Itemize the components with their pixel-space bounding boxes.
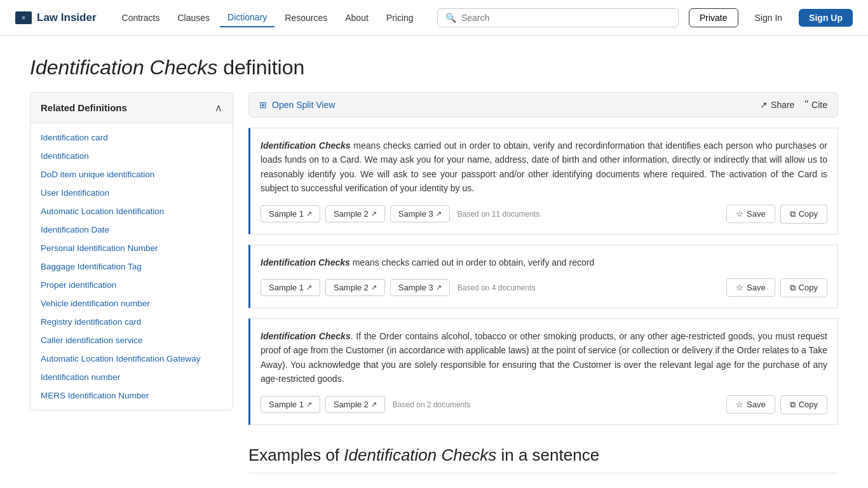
examples-title: Examples of Identification Checks in a s…	[248, 445, 838, 473]
based-on-1: Based on 4 documents	[458, 283, 536, 292]
definition-text-2: Identification Checks. If the Order cont…	[261, 329, 827, 386]
examples-section: Examples of Identification Checks in a s…	[248, 445, 838, 473]
copy-icon-2: ⧉	[790, 400, 796, 410]
split-view-bar: ⊞ Open Split View ↗ Share " Cite	[248, 92, 838, 118]
sidebar-list: Identification card Identification DoD i…	[31, 123, 233, 410]
sidebar-item-11[interactable]: Caller identification service	[31, 331, 233, 349]
sidebar-item-6[interactable]: Personal Identification Number	[31, 239, 233, 257]
content-layout: Related Definitions ∧ Identification car…	[30, 92, 838, 473]
definition-text-1: Identification Checks means checks carri…	[261, 255, 827, 269]
page-container: Identification Checks definition Related…	[15, 36, 853, 473]
definition-card-0: Identification Checks means checks carri…	[248, 128, 838, 234]
sidebar-item-8[interactable]: Proper identification	[31, 276, 233, 294]
sidebar-item-7[interactable]: Baggage Identification Tag	[31, 257, 233, 276]
sample-1-button-0[interactable]: Sample 1	[261, 205, 320, 222]
search-input[interactable]	[461, 13, 670, 23]
star-icon-1: ☆	[736, 283, 743, 292]
share-icon: ↗	[760, 100, 768, 110]
signup-button[interactable]: Sign Up	[799, 9, 853, 27]
private-button[interactable]: Private	[689, 8, 738, 27]
copy-button-2[interactable]: ⧉ Copy	[780, 395, 827, 414]
definition-footer-0: Sample 1 Sample 2 Sample 3 Based on 11 d…	[261, 205, 827, 224]
split-view-label: Open Split View	[272, 100, 335, 110]
sample-2-button-2[interactable]: Sample 2	[325, 396, 385, 413]
logo-text: Law Insider	[37, 11, 97, 24]
sidebar-item-3[interactable]: User Identification	[31, 184, 233, 202]
sidebar-item-5[interactable]: Identification Date	[31, 220, 233, 239]
sidebar-item-2[interactable]: DoD item unique identification	[31, 165, 233, 184]
sample-buttons-2: Sample 1 Sample 2	[261, 396, 385, 413]
sidebar-title: Related Definitions	[41, 102, 127, 113]
share-button[interactable]: ↗ Share	[760, 100, 794, 110]
nav-pricing[interactable]: Pricing	[379, 9, 421, 27]
copy-icon-1: ⧉	[790, 283, 796, 293]
sidebar-header: Related Definitions ∧	[31, 93, 233, 123]
based-on-0: Based on 11 documents	[458, 210, 539, 219]
based-on-2: Based on 2 documents	[393, 400, 471, 409]
nav-clauses[interactable]: Clauses	[170, 9, 217, 27]
definition-text-0: Identification Checks means checks carri…	[261, 139, 827, 196]
search-icon: 🔍	[445, 13, 456, 23]
cite-button[interactable]: " Cite	[804, 99, 827, 111]
definition-card-2: Identification Checks. If the Order cont…	[248, 318, 838, 425]
sidebar: Related Definitions ∧ Identification car…	[30, 92, 233, 410]
nav-links: Contracts Clauses Dictionary Resources A…	[114, 8, 437, 27]
star-icon-2: ☆	[736, 400, 743, 409]
sample-2-button-0[interactable]: Sample 2	[325, 205, 385, 222]
sidebar-item-0[interactable]: Identification card	[31, 128, 233, 147]
split-view-actions: ↗ Share " Cite	[760, 99, 827, 111]
cite-icon: "	[804, 99, 808, 111]
sample-buttons-0: Sample 1 Sample 2 Sample 3	[261, 205, 450, 222]
sidebar-item-10[interactable]: Registry identification card	[31, 313, 233, 331]
copy-button-0[interactable]: ⧉ Copy	[780, 205, 827, 224]
copy-icon-0: ⧉	[790, 209, 796, 219]
sample-1-button-2[interactable]: Sample 1	[261, 396, 320, 413]
sample-3-button-1[interactable]: Sample 3	[390, 279, 450, 296]
sidebar-toggle-icon[interactable]: ∧	[215, 102, 222, 114]
save-button-0[interactable]: ☆ Save	[726, 205, 775, 223]
action-buttons-1: ☆ Save ⧉ Copy	[726, 278, 827, 297]
sample-3-button-0[interactable]: Sample 3	[390, 205, 450, 222]
signin-button[interactable]: Sign In	[745, 9, 793, 27]
save-button-2[interactable]: ☆ Save	[726, 395, 775, 414]
logo-icon: ≡	[15, 11, 32, 24]
sidebar-item-12[interactable]: Automatic Location Identification Gatewa…	[31, 349, 233, 368]
sidebar-item-4[interactable]: Automatic Location Identification	[31, 202, 233, 220]
logo[interactable]: ≡ Law Insider	[15, 11, 97, 24]
definition-footer-2: Sample 1 Sample 2 Based on 2 documents ☆…	[261, 395, 827, 414]
sidebar-item-13[interactable]: Identification number	[31, 368, 233, 386]
sample-buttons-1: Sample 1 Sample 2 Sample 3	[261, 279, 450, 296]
action-buttons-0: ☆ Save ⧉ Copy	[726, 205, 827, 224]
definitions-panel: ⊞ Open Split View ↗ Share " Cite	[248, 92, 838, 473]
action-buttons-2: ☆ Save ⧉ Copy	[726, 395, 827, 414]
save-button-1[interactable]: ☆ Save	[726, 278, 775, 297]
copy-button-1[interactable]: ⧉ Copy	[780, 278, 827, 297]
split-view-icon: ⊞	[259, 100, 267, 110]
nav-actions: Private Sign In Sign Up	[689, 8, 853, 27]
star-icon-0: ☆	[736, 209, 743, 219]
nav-about[interactable]: About	[337, 9, 376, 27]
nav-contracts[interactable]: Contracts	[114, 9, 168, 27]
sidebar-item-9[interactable]: Vehicle identification number	[31, 294, 233, 313]
nav-dictionary[interactable]: Dictionary	[220, 8, 275, 27]
sidebar-item-1[interactable]: Identification	[31, 147, 233, 165]
sidebar-item-14[interactable]: MERS Identification Number	[31, 386, 233, 405]
open-split-view-button[interactable]: ⊞ Open Split View	[259, 100, 335, 110]
sample-1-button-1[interactable]: Sample 1	[261, 279, 320, 296]
page-title: Identification Checks definition	[30, 36, 838, 92]
nav-resources[interactable]: Resources	[277, 9, 335, 27]
navigation: ≡ Law Insider Contracts Clauses Dictiona…	[0, 0, 868, 36]
search-bar: 🔍	[437, 8, 679, 27]
definition-footer-1: Sample 1 Sample 2 Sample 3 Based on 4 do…	[261, 278, 827, 297]
definition-card-1: Identification Checks means checks carri…	[248, 245, 838, 308]
sample-2-button-1[interactable]: Sample 2	[325, 279, 385, 296]
